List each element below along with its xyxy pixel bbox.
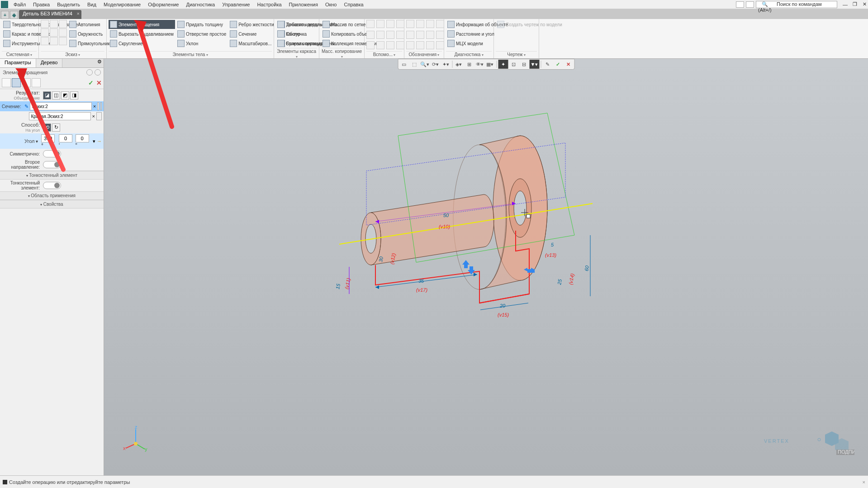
annot-icon[interactable]: [436, 41, 444, 49]
vt-cube-icon[interactable]: ◈▾: [454, 60, 464, 69]
menu-modeling[interactable]: Моделирование: [100, 1, 144, 8]
extrude-cut-button[interactable]: Вырезать выдавливанием: [109, 29, 175, 38]
rib-button[interactable]: Ребро жесткости: [228, 20, 275, 29]
redo-icon[interactable]: [50, 37, 58, 45]
annot-icon[interactable]: [416, 31, 424, 39]
tab-params[interactable]: Параметры: [0, 59, 36, 67]
panel-settings-icon[interactable]: ⚙: [95, 59, 104, 67]
status-close-icon[interactable]: ×: [863, 479, 865, 485]
section-button[interactable]: Сечение: [228, 29, 275, 38]
new-tab-button[interactable]: +: [1, 11, 9, 19]
open-icon[interactable]: [41, 28, 49, 37]
scale-button[interactable]: Масштабиров...: [228, 39, 275, 48]
aux-icon[interactable]: [366, 20, 375, 28]
aux-icon[interactable]: [366, 41, 375, 49]
arrow-right-icon[interactable]: →: [97, 138, 102, 144]
axis-input[interactable]: [29, 112, 91, 120]
aux-icon[interactable]: [376, 20, 384, 28]
help-icon[interactable]: [86, 69, 93, 76]
angle-degree-input[interactable]: °: [41, 134, 57, 148]
annot-icon[interactable]: [426, 20, 434, 28]
circle-button[interactable]: Окружность: [68, 29, 111, 38]
annot-icon[interactable]: [436, 20, 444, 28]
annot-icon[interactable]: [406, 31, 414, 39]
3d-viewport[interactable]: ▭ ⬚ 🔍▾ ⟳▾ ✦▾ ◈▾ ⊞ 👁▾ ▦▾ ✦ ⊡ ⊟ ▼▾ ✎ ✓ ✕: [104, 59, 868, 475]
menu-apps[interactable]: Приложения: [285, 1, 322, 8]
draft-button[interactable]: Уклон: [176, 39, 228, 48]
new-icon[interactable]: [41, 20, 49, 28]
vt-icon[interactable]: ⊡: [508, 60, 518, 69]
mode-subtract-icon[interactable]: ◫: [52, 91, 60, 99]
scope-section-header[interactable]: Область применения: [0, 191, 104, 200]
sketch-edit-icon[interactable]: [100, 102, 102, 110]
annot-icon[interactable]: [436, 31, 444, 39]
mode-btn-3[interactable]: [22, 78, 31, 87]
reject-button[interactable]: ✕: [96, 79, 102, 86]
vt-accept-icon[interactable]: ✓: [553, 60, 563, 69]
aux-icon[interactable]: [396, 41, 404, 49]
vt-icon[interactable]: ✦▾: [441, 60, 451, 69]
axis-pick-icon[interactable]: [96, 112, 102, 120]
accept-button[interactable]: ✓: [88, 79, 94, 86]
menu-diag[interactable]: Диагностика: [182, 1, 218, 8]
menu-edit[interactable]: Правка: [29, 1, 53, 8]
props-section-header[interactable]: Свойства: [0, 200, 104, 208]
menu-help[interactable]: Справка: [340, 1, 367, 8]
cut-icon[interactable]: [59, 37, 67, 45]
document-tab[interactable]: Деталь БЕЗ ИМЕНИ4 ×: [19, 10, 81, 19]
thin-section-header[interactable]: Тонкостенный элемент: [0, 171, 104, 180]
vt-icon[interactable]: ✦: [498, 60, 508, 69]
annot-icon[interactable]: [426, 31, 434, 39]
aux-icon[interactable]: [386, 20, 394, 28]
tab-tree[interactable]: Дерево: [36, 59, 63, 67]
vt-icon[interactable]: ▭: [399, 60, 409, 69]
hole-button[interactable]: Отверстие простое: [176, 29, 228, 38]
annot-icon[interactable]: [416, 20, 424, 28]
aux-icon[interactable]: [396, 20, 404, 28]
menu-file[interactable]: Файл: [10, 1, 29, 8]
thicken-button[interactable]: Придать толщину: [176, 20, 228, 29]
mode-union-icon[interactable]: ◪: [43, 91, 51, 99]
paste-icon[interactable]: [59, 28, 67, 37]
menu-view[interactable]: Вид: [84, 1, 100, 8]
vt-icon[interactable]: ⟳▾: [430, 60, 440, 69]
close-button[interactable]: ✕: [859, 0, 867, 8]
vt-icon[interactable]: ▦▾: [485, 60, 495, 69]
aux-icon[interactable]: [376, 31, 384, 39]
menu-format[interactable]: Оформление: [144, 1, 182, 8]
angle-sec-input[interactable]: ": [76, 134, 91, 148]
aux-icon[interactable]: [386, 31, 394, 39]
maximize-button[interactable]: ❐: [849, 0, 857, 8]
method-other-icon[interactable]: ↻: [52, 123, 60, 132]
vt-icon[interactable]: 👁▾: [474, 60, 484, 69]
vt-icon[interactable]: ⬚: [409, 60, 419, 69]
dir2-toggle[interactable]: [43, 161, 61, 168]
menu-manage[interactable]: Управление: [218, 1, 253, 8]
method-angle-icon[interactable]: ⟲: [43, 123, 51, 132]
aux-icon[interactable]: [376, 41, 384, 49]
mode-btn-2[interactable]: [12, 78, 21, 87]
mode-intersect-icon[interactable]: ◩: [61, 91, 69, 99]
thin-toggle[interactable]: [43, 182, 61, 189]
print-icon[interactable]: [50, 20, 58, 28]
method-buttons[interactable]: ⟲ ↻: [43, 123, 60, 132]
vt-icon[interactable]: ⊟: [519, 60, 529, 69]
mode-new-icon[interactable]: ◨: [70, 91, 78, 99]
vt-icon[interactable]: ⊞: [464, 60, 474, 69]
clear-icon[interactable]: ×: [92, 114, 95, 119]
clear-icon[interactable]: ×: [93, 104, 96, 109]
revolve-button[interactable]: Элемент вращения: [109, 20, 175, 29]
annot-icon[interactable]: [416, 41, 424, 49]
undo-icon[interactable]: [50, 28, 58, 37]
tab-close-icon[interactable]: ×: [76, 11, 79, 16]
layout-btn-1[interactable]: [736, 1, 744, 8]
minimize-button[interactable]: —: [839, 1, 847, 8]
menu-settings[interactable]: Настройка: [253, 1, 285, 8]
aux-icon[interactable]: [396, 31, 404, 39]
annot-icon[interactable]: [406, 41, 414, 49]
sketch-input[interactable]: [30, 102, 92, 110]
symmetric-toggle[interactable]: [43, 150, 61, 157]
list-icon[interactable]: [95, 69, 101, 76]
sketch-pick-icon[interactable]: [97, 102, 99, 110]
vt-filter-icon[interactable]: ▼▾: [529, 60, 539, 69]
